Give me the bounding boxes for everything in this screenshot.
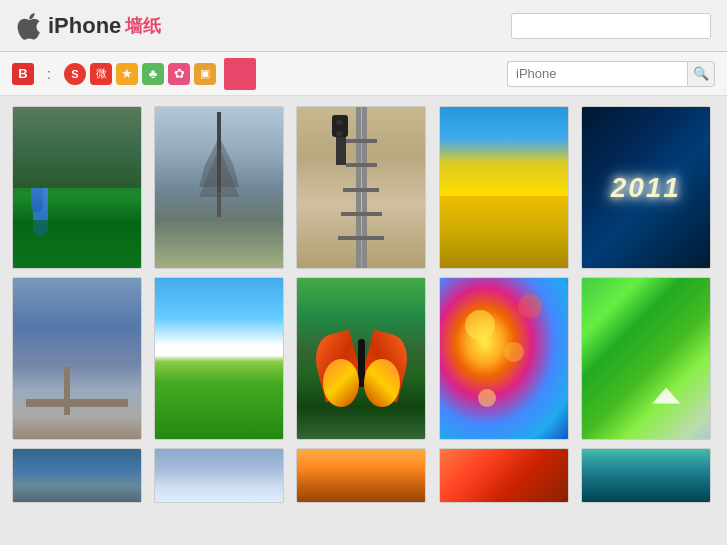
apple-logo-icon xyxy=(16,12,44,40)
toolbar-search-input[interactable] xyxy=(507,61,687,87)
pink-category-box[interactable] xyxy=(224,58,256,90)
image-green-nature[interactable] xyxy=(581,277,711,440)
image-partial-2[interactable] xyxy=(154,448,284,503)
header-search-area xyxy=(511,13,711,39)
image-partial-4[interactable] xyxy=(439,448,569,503)
photo-icon[interactable]: ▣ xyxy=(194,63,216,85)
image-tulips[interactable] xyxy=(439,106,569,269)
image-row-3 xyxy=(12,448,715,503)
image-sparkle-2011[interactable]: 2011 xyxy=(581,106,711,269)
search-button[interactable]: 🔍 xyxy=(687,61,715,87)
clover-icon[interactable]: ♣ xyxy=(142,63,164,85)
image-row-1: 2011 xyxy=(12,106,715,269)
bookmark-icon[interactable]: B xyxy=(12,63,34,85)
image-tower-city[interactable] xyxy=(154,106,284,269)
main-content: 2011 xyxy=(0,96,727,513)
image-partial-5[interactable] xyxy=(581,448,711,503)
flower-icon[interactable]: ✿ xyxy=(168,63,190,85)
image-pier-water[interactable] xyxy=(12,277,142,440)
toolbar: B : S 微 ★ ♣ ✿ ▣ 🔍 xyxy=(0,52,727,96)
image-partial-3[interactable] xyxy=(296,448,426,503)
toolbar-search-wrap: 🔍 xyxy=(507,61,715,87)
header-search-input[interactable] xyxy=(511,13,711,39)
image-partial-1[interactable] xyxy=(12,448,142,503)
separator-icon: : xyxy=(38,63,60,85)
image-row-2 xyxy=(12,277,715,440)
weibo-icon[interactable]: 微 xyxy=(90,63,112,85)
image-waterfall[interactable] xyxy=(12,106,142,269)
image-railway[interactable] xyxy=(296,106,426,269)
image-sky-fields[interactable] xyxy=(154,277,284,440)
image-bokeh-colorful[interactable] xyxy=(439,277,569,440)
logo-area: iPhone 墙纸 xyxy=(16,12,161,40)
logo-iphone-text: iPhone xyxy=(48,13,121,39)
image-butterfly[interactable] xyxy=(296,277,426,440)
sina-icon[interactable]: S xyxy=(64,63,86,85)
toolbar-icons: B : S 微 ★ ♣ ✿ ▣ xyxy=(12,58,256,90)
star-icon[interactable]: ★ xyxy=(116,63,138,85)
header: iPhone 墙纸 xyxy=(0,0,727,52)
logo-wallpaper-text: 墙纸 xyxy=(125,14,161,38)
